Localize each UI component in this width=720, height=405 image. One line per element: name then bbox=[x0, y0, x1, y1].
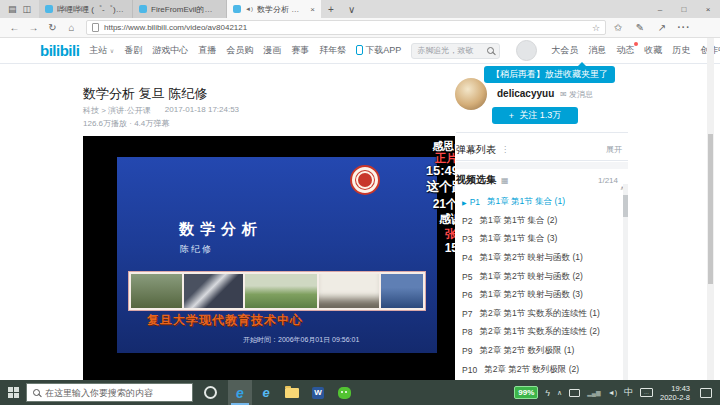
campus-photo bbox=[131, 274, 182, 308]
windows-taskbar: e e W 99% ϟ ∧ ▂▄▆ ◄) 中 ⋯ 19:43 2020-2-8 bbox=[0, 380, 720, 405]
site-search-input[interactable] bbox=[417, 46, 487, 55]
bilibili-logo[interactable]: bilibili bbox=[40, 42, 79, 59]
taskbar-search-input[interactable] bbox=[45, 388, 186, 398]
set-tabs-aside-icon[interactable]: ▤ bbox=[8, 4, 17, 14]
building-photo bbox=[381, 274, 423, 308]
video-player[interactable]: 数学分析 陈纪修 复旦大学现代教育技术中心 开始时间：2006年06月01日 0… bbox=[83, 136, 455, 380]
refresh-icon[interactable]: ↻ bbox=[44, 22, 61, 33]
uploader-name[interactable]: delicacyyuu bbox=[497, 88, 554, 99]
playlist-item-p1[interactable]: ▶ P1 第1章 第1节 集合 (1) bbox=[456, 193, 622, 212]
taskbar-wechat-app[interactable] bbox=[332, 380, 356, 405]
taskbar-ie-app[interactable]: e bbox=[254, 380, 278, 405]
action-center-icon[interactable] bbox=[700, 388, 712, 398]
nav-item-vip[interactable]: 大会员 bbox=[551, 44, 578, 57]
playlist-item-p3[interactable]: P3第1章 第1节 集合 (3) bbox=[456, 230, 622, 249]
close-button[interactable]: × bbox=[696, 0, 720, 18]
video-category-breadcrumb[interactable]: 科技 > 演讲·公开课 bbox=[83, 105, 151, 116]
touch-keyboard-icon[interactable]: ⋯ bbox=[640, 388, 653, 397]
nav-item-anime[interactable]: 番剧 bbox=[124, 44, 142, 57]
monitor-icon[interactable] bbox=[569, 389, 580, 397]
maximize-button[interactable]: □ bbox=[672, 0, 696, 18]
nav-item-esports[interactable]: 赛事 bbox=[291, 44, 309, 57]
tab-bilibili-home[interactable]: 哔哩哔哩 (゜-゜)つロ 干杯~ bbox=[39, 0, 133, 18]
playlist-index: 1/214 bbox=[598, 176, 618, 185]
taskbar-edge-app[interactable]: e bbox=[228, 380, 252, 405]
share-icon[interactable]: ↗ bbox=[652, 22, 672, 33]
uploader-avatar[interactable] bbox=[455, 78, 487, 110]
network-icon[interactable]: ▂▄▆ bbox=[587, 389, 600, 396]
taskbar-search-box[interactable] bbox=[26, 383, 193, 402]
danmaku-list-header[interactable]: 弹幕列表 ⋮ 展开 bbox=[456, 139, 628, 161]
tray-expand-icon[interactable]: ∧ bbox=[557, 389, 562, 397]
playlist-item-p4[interactable]: P4第1章 第2节 映射与函数 (1) bbox=[456, 249, 622, 268]
start-button[interactable] bbox=[0, 380, 26, 405]
tab-video-active[interactable]: ◄) 数学分析 复旦 陈纪 × bbox=[227, 0, 321, 18]
more-menu-icon[interactable]: ··· bbox=[674, 22, 694, 33]
tab-preview-chevron-icon[interactable]: ∨ bbox=[341, 0, 362, 18]
playlist-item-p10[interactable]: P10第2章 第2节 数列极限 (2) bbox=[456, 360, 622, 379]
playlist-scrollbar[interactable] bbox=[623, 184, 628, 380]
new-tab-button[interactable]: + bbox=[321, 0, 341, 18]
taskbar-word-app[interactable]: W bbox=[306, 380, 330, 405]
slide-title: 数学分析 bbox=[179, 220, 263, 239]
nav-item-download-app[interactable]: 下载APP bbox=[356, 44, 401, 57]
playlist-item-p5[interactable]: P5第1章 第2节 映射与函数 (2) bbox=[456, 267, 622, 286]
home-icon[interactable]: ⌂ bbox=[63, 22, 80, 33]
back-icon[interactable]: ← bbox=[6, 22, 23, 33]
tab-favicon bbox=[45, 5, 53, 13]
playlist-item-p7[interactable]: P7第2章 第1节 实数系的连续性 (1) bbox=[456, 305, 622, 324]
nav-item-shop[interactable]: 会员购 bbox=[226, 44, 253, 57]
tab-close-icon[interactable]: × bbox=[310, 5, 315, 14]
forward-icon[interactable]: → bbox=[25, 22, 42, 33]
field-photo bbox=[245, 274, 317, 308]
taskbar-explorer-app[interactable] bbox=[280, 380, 304, 405]
tab-favicon bbox=[233, 5, 241, 13]
video-stats: 126.6万播放 · 4.4万弹幕 bbox=[83, 118, 169, 129]
expand-button[interactable]: 展开 bbox=[606, 144, 622, 155]
nav-item-feed[interactable]: 动态 bbox=[616, 44, 634, 57]
tab-title: 数学分析 复旦 陈纪 bbox=[257, 4, 306, 15]
playlist-item-p9[interactable]: P9第2章 第2节 数列极限 (1) bbox=[456, 342, 622, 361]
nav-item-festival[interactable]: 拜年祭 bbox=[319, 44, 346, 57]
tab-user-space[interactable]: FireFromEvil的个人空间 - 哔 bbox=[133, 0, 227, 18]
url-field[interactable]: ☆ bbox=[86, 20, 606, 35]
nav-item-history[interactable]: 历史 bbox=[672, 44, 690, 57]
add-favorite-star-icon[interactable]: ☆ bbox=[592, 23, 600, 33]
page-scrollbar[interactable] bbox=[707, 38, 714, 380]
site-search-box[interactable] bbox=[411, 43, 500, 59]
audio-playing-icon[interactable]: ◄) bbox=[245, 6, 253, 12]
nav-item-manga[interactable]: 漫画 bbox=[263, 44, 281, 57]
nav-item-favorites[interactable]: 收藏 bbox=[644, 44, 662, 57]
nav-avatar[interactable] bbox=[516, 40, 537, 61]
word-icon: W bbox=[312, 387, 324, 399]
nav-item-messages[interactable]: 消息 bbox=[588, 44, 606, 57]
search-icon[interactable] bbox=[487, 47, 494, 54]
danmaku-comment: 15 bbox=[445, 241, 455, 255]
battery-indicator[interactable]: 99% bbox=[514, 386, 538, 399]
playlist-item-p6[interactable]: P6第1章 第2节 映射与函数 (3) bbox=[456, 286, 622, 305]
page-scrollbar-thumb[interactable] bbox=[708, 134, 713, 284]
cortana-icon[interactable] bbox=[204, 386, 217, 399]
kebab-menu-icon[interactable]: ⋮ bbox=[501, 145, 509, 154]
grid-view-icon[interactable]: ▦ bbox=[501, 176, 509, 185]
playlist-scrollbar-thumb[interactable] bbox=[623, 195, 628, 217]
restore-tabs-icon[interactable]: ◫ bbox=[23, 4, 32, 14]
follow-button[interactable]: + 关注 1.3万 bbox=[492, 107, 578, 124]
speaker-icon[interactable]: ◄) bbox=[608, 389, 617, 396]
url-input[interactable] bbox=[104, 23, 585, 32]
windows-logo-icon bbox=[8, 387, 19, 398]
minimize-button[interactable]: – bbox=[648, 0, 672, 18]
hub-favorites-icon[interactable]: ✩ bbox=[608, 22, 628, 33]
playlist-item-p8[interactable]: P8第2章 第1节 实数系的连续性 (2) bbox=[456, 323, 622, 342]
web-note-icon[interactable]: ✎ bbox=[630, 22, 650, 33]
send-message-link[interactable]: ✉ 发消息 bbox=[560, 89, 593, 100]
playlist-item-p2[interactable]: P2第1章 第1节 集合 (2) bbox=[456, 212, 622, 231]
nav-item-home[interactable]: 主站 ∨ bbox=[89, 44, 114, 57]
nav-item-game-center[interactable]: 游戏中心 bbox=[152, 44, 188, 57]
power-plug-icon: ϟ bbox=[545, 388, 550, 398]
lecture-slide: 数学分析 陈纪修 复旦大学现代教育技术中心 开始时间：2006年06月01日 0… bbox=[117, 157, 437, 353]
nav-item-live[interactable]: 直播 bbox=[198, 44, 216, 57]
search-icon bbox=[33, 389, 40, 396]
ime-indicator[interactable]: 中 bbox=[624, 386, 633, 399]
taskbar-clock[interactable]: 19:43 2020-2-8 bbox=[660, 384, 690, 402]
